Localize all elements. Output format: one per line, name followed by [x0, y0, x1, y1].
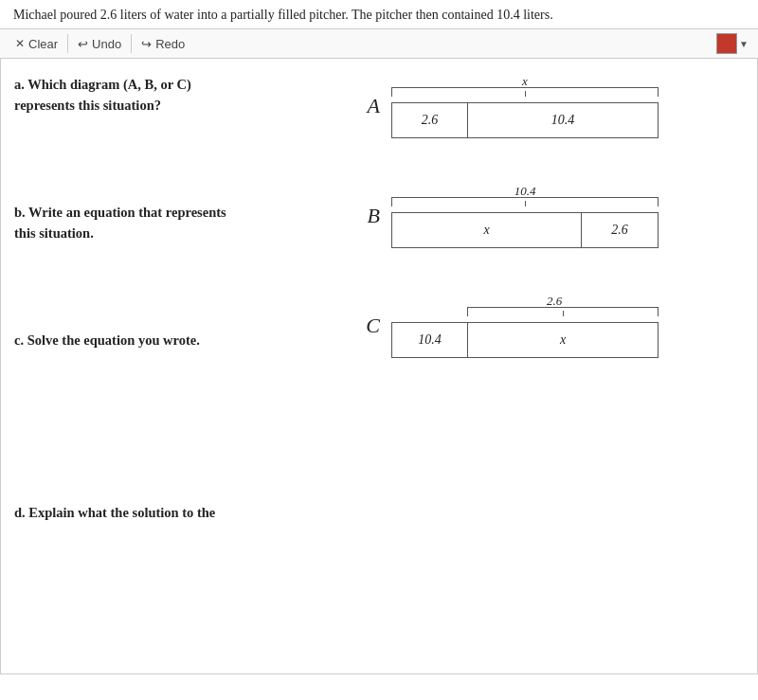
diagram-b-brace-row: 10.4: [391, 184, 659, 210]
diagram-c-label: C: [346, 314, 380, 338]
diagram-b-label: B: [346, 204, 380, 228]
diagram-c-row: C 2.6 10.4 x: [346, 294, 744, 358]
diagrams-column: A x 2.6 10.4 B: [336, 74, 744, 658]
diagram-c-seg2: x: [468, 323, 658, 357]
question-b-text: b. Write an equation that represents thi…: [14, 202, 327, 244]
diagram-b-seg1: x: [392, 213, 582, 247]
diagram-c-tape: 10.4 x: [391, 322, 659, 358]
question-d-block: d. Explain what the solution to the: [14, 502, 327, 523]
diagram-b-container: 10.4 x 2.6: [391, 184, 659, 248]
undo-button[interactable]: ↩ Undo: [70, 35, 129, 53]
clear-x-icon: ✕: [15, 37, 25, 50]
diagram-a-seg1: 2.6: [392, 103, 468, 137]
question-c-block: c. Solve the equation you wrote.: [14, 330, 327, 350]
undo-label: Undo: [92, 37, 121, 51]
toolbar: ✕ Clear ↩ Undo ↪ Redo ▼: [0, 28, 758, 59]
question-b-block: b. Write an equation that represents thi…: [14, 202, 327, 244]
content-area: a. Which diagram (A, B, or C) represents…: [0, 59, 758, 674]
diagram-a-brace-row: x: [391, 74, 659, 100]
diagram-b-row: B 10.4 x 2.6: [346, 184, 744, 248]
undo-icon: ↩: [78, 37, 88, 51]
diagram-a-container: x 2.6 10.4: [391, 74, 659, 138]
toolbar-divider-2: [131, 34, 132, 53]
diagram-c-container: 2.6 10.4 x: [391, 294, 659, 358]
question-a-text: a. Which diagram (A, B, or C) represents…: [14, 74, 327, 117]
question-c-text: c. Solve the equation you wrote.: [14, 330, 327, 350]
clear-label: Clear: [28, 37, 58, 51]
diagram-a-brace-tick: [525, 91, 526, 97]
diagram-a-label: A: [346, 94, 380, 118]
problem-statement: Michael poured 2.6 liters of water into …: [0, 0, 758, 28]
color-dropdown-arrow[interactable]: ▼: [737, 39, 750, 49]
question-a-block: a. Which diagram (A, B, or C) represents…: [14, 74, 327, 117]
diagram-b-tape: x 2.6: [391, 212, 659, 248]
diagram-c-brace-row: 2.6: [391, 294, 659, 320]
diagram-a-tape: 2.6 10.4: [391, 102, 659, 138]
redo-button[interactable]: ↪ Redo: [134, 35, 192, 53]
diagram-a-row: A x 2.6 10.4: [346, 74, 744, 138]
toolbar-divider-1: [67, 34, 68, 53]
redo-label: Redo: [155, 37, 185, 51]
color-picker-box[interactable]: [716, 33, 737, 54]
questions-column: a. Which diagram (A, B, or C) represents…: [14, 74, 336, 658]
diagram-c-brace-tick: [563, 311, 564, 316]
redo-icon: ↪: [141, 37, 152, 51]
diagram-a-seg2: 10.4: [468, 103, 658, 137]
question-d-text: d. Explain what the solution to the: [14, 502, 327, 523]
clear-button[interactable]: ✕ Clear: [8, 35, 65, 53]
diagram-c-seg1: 10.4: [392, 323, 468, 357]
diagram-b-seg2: 2.6: [582, 213, 658, 247]
diagram-b-brace-tick: [525, 201, 526, 206]
